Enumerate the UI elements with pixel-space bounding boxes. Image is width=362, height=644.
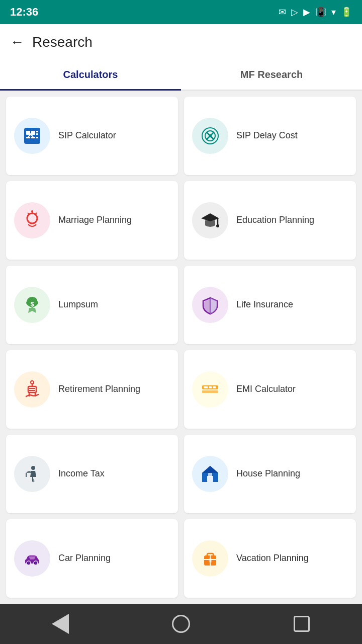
calculator-grid: SIP Calculator SIP Delay Cost Marr [0,91,362,604]
education-planning-icon [192,202,228,238]
bottom-navigation [0,604,362,644]
svg-rect-31 [204,386,208,388]
emi-calculator-card[interactable]: EMI Calculator [184,350,356,429]
lumpsum-icon: $ [14,287,50,323]
car-planning-icon [14,540,50,577]
vibrate-icon: 📳 [315,7,326,18]
sip-delay-icon [192,118,228,154]
tab-mf-research[interactable]: MF Research [181,60,362,91]
back-button[interactable]: ← [10,34,24,50]
status-icons: ✉ ▷ ▶ 📳 ▾ 🔋 [279,7,352,18]
back-nav-button[interactable] [45,609,75,639]
svg-point-12 [209,134,212,137]
svg-marker-18 [201,213,219,221]
retirement-planning-card[interactable]: Retirement Planning [6,350,178,429]
sip-delay-cost-card[interactable]: SIP Delay Cost [184,97,356,175]
svg-rect-40 [208,473,212,477]
house-planning-card[interactable]: House Planning [184,435,356,513]
svg-rect-32 [209,386,212,388]
vacation-planning-icon [192,540,228,577]
retirement-planning-label: Retirement Planning [58,383,140,395]
svg-rect-22 [28,386,36,392]
sip-calculator-card[interactable]: SIP Calculator [6,97,178,175]
car-planning-label: Car Planning [58,552,111,564]
svg-point-13 [27,213,37,223]
tab-bar: Calculators MF Research [0,60,362,91]
car-planning-card[interactable]: Car Planning [6,519,178,598]
svg-rect-7 [36,137,38,138]
svg-rect-5 [26,137,30,138]
tab-calculators[interactable]: Calculators [0,60,181,91]
life-insurance-card[interactable]: Life Insurance [184,266,356,344]
income-tax-card[interactable]: $ Income Tax [6,435,178,513]
house-planning-label: House Planning [236,468,300,479]
svg-rect-33 [213,386,216,388]
sip-calculator-label: SIP Calculator [58,130,116,141]
lumpsum-card[interactable]: $ Lumpsum [6,266,178,344]
svg-rect-3 [36,131,38,132]
back-nav-icon [52,614,69,634]
youtube-icon: ▶ [303,7,310,18]
status-bar: 12:36 ✉ ▷ ▶ 📳 ▾ 🔋 [0,0,362,24]
marriage-planning-label: Marriage Planning [58,214,132,226]
sip-delay-cost-label: SIP Delay Cost [236,130,298,141]
page-title: Research [32,34,93,50]
home-nav-icon [172,615,190,633]
life-insurance-label: Life Insurance [236,299,293,310]
lumpsum-label: Lumpsum [58,299,98,310]
header: ← Research [0,24,362,60]
svg-text:$: $ [32,478,34,483]
status-time: 12:36 [10,6,38,19]
marriage-planning-card[interactable]: Marriage Planning [6,181,178,260]
svg-rect-4 [36,133,38,135]
vacation-planning-label: Vacation Planning [236,552,309,564]
svg-point-15 [31,210,33,212]
emi-calculator-label: EMI Calculator [236,383,296,395]
house-planning-icon [192,456,228,492]
svg-line-16 [28,213,29,214]
education-planning-label: Education Planning [236,214,314,226]
sip-calculator-icon [14,118,50,154]
education-planning-card[interactable]: Education Planning [184,181,356,260]
svg-line-17 [35,213,37,214]
recent-nav-button[interactable] [287,609,317,639]
income-tax-icon: $ [14,456,50,492]
svg-rect-30 [202,390,218,393]
svg-point-45 [35,562,37,564]
svg-rect-6 [31,137,35,138]
recent-nav-icon [294,616,310,632]
life-insurance-icon [192,287,228,323]
svg-point-20 [216,224,219,227]
retirement-planning-icon [14,371,50,408]
battery-icon: 🔋 [341,7,352,18]
play-icon: ▷ [291,7,298,18]
svg-point-34 [31,466,35,470]
vacation-planning-card[interactable]: Vacation Planning [184,519,356,598]
income-tax-label: Income Tax [58,468,105,479]
home-nav-button[interactable] [166,609,196,639]
svg-marker-38 [202,466,218,473]
email-icon: ✉ [279,7,286,18]
svg-text:$: $ [30,300,34,308]
svg-rect-50 [209,558,212,562]
marriage-planning-icon [14,202,50,238]
wifi-icon: ▾ [331,7,336,18]
svg-point-28 [31,381,34,384]
emi-calculator-icon [192,371,228,408]
svg-point-43 [28,562,30,564]
